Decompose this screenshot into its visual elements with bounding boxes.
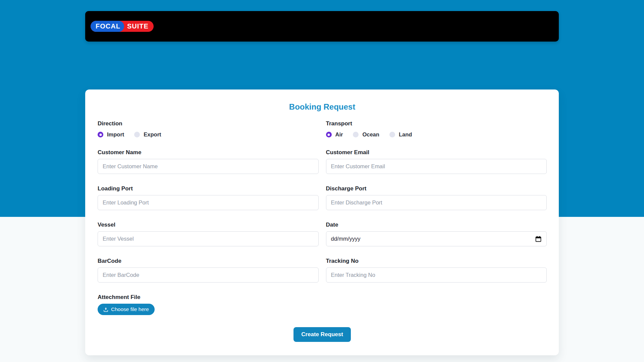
calendar-icon[interactable] — [535, 236, 542, 242]
radio-air[interactable]: Air — [326, 131, 343, 138]
loading-port-field: Loading Port — [98, 185, 319, 210]
vessel-field: Vessel — [98, 222, 319, 246]
radio-export[interactable]: Export — [134, 131, 161, 138]
attachment-label: Attechment File — [98, 294, 319, 301]
date-label: Date — [326, 222, 547, 228]
focal-suite-logo[interactable]: FOCAL SUITE — [91, 21, 154, 32]
transport-field: Transport Air Ocean Land — [326, 120, 547, 138]
radio-import[interactable]: Import — [98, 131, 124, 138]
radio-ocean-icon[interactable] — [353, 132, 359, 137]
radio-ocean[interactable]: Ocean — [353, 131, 379, 138]
direction-label: Direction — [98, 120, 319, 127]
date-placeholder: dd/mm/yyyy — [331, 236, 361, 242]
choose-file-button[interactable]: Choose file here — [98, 304, 155, 315]
direction-radio-group: Import Export — [98, 131, 319, 138]
radio-import-icon[interactable] — [98, 132, 103, 137]
attachment-field: Attechment File Choose file here — [98, 294, 319, 315]
barcode-label: BarCode — [98, 258, 319, 264]
discharge-port-label: Discharge Port — [326, 185, 547, 192]
choose-file-label: Choose file here — [111, 306, 149, 312]
discharge-port-input[interactable] — [326, 195, 547, 210]
date-input[interactable]: dd/mm/yyyy — [326, 231, 547, 246]
tracking-no-field: Tracking No — [326, 258, 547, 283]
loading-port-label: Loading Port — [98, 185, 319, 192]
loading-port-input[interactable] — [98, 195, 319, 210]
customer-email-field: Customer Email — [326, 149, 547, 174]
logo-focal-segment: FOCAL — [91, 21, 124, 32]
top-navbar: FOCAL SUITE — [85, 11, 559, 42]
upload-icon — [103, 307, 108, 312]
customer-name-field: Customer Name — [98, 149, 319, 174]
transport-label: Transport — [326, 120, 547, 127]
discharge-port-field: Discharge Port — [326, 185, 547, 210]
barcode-field: BarCode — [98, 258, 319, 283]
barcode-input[interactable] — [98, 267, 319, 283]
transport-radio-group: Air Ocean Land — [326, 131, 547, 138]
customer-email-label: Customer Email — [326, 149, 547, 156]
radio-ocean-label: Ocean — [362, 131, 379, 138]
create-request-button[interactable]: Create Request — [293, 327, 351, 342]
radio-air-label: Air — [335, 131, 343, 138]
tracking-no-label: Tracking No — [326, 258, 547, 264]
radio-import-label: Import — [107, 131, 124, 138]
logo-suite-segment: SUITE — [124, 21, 154, 32]
tracking-no-input[interactable] — [326, 267, 547, 283]
radio-land[interactable]: Land — [389, 131, 412, 138]
vessel-label: Vessel — [98, 222, 319, 228]
customer-name-input[interactable] — [98, 159, 319, 174]
booking-request-card: Booking Request Direction Import Export — [85, 89, 559, 355]
customer-name-label: Customer Name — [98, 149, 319, 156]
customer-email-input[interactable] — [326, 159, 547, 174]
radio-export-label: Export — [144, 131, 161, 138]
page-container: FOCAL SUITE Booking Request Direction Im… — [85, 11, 559, 355]
booking-form: Direction Import Export Transport — [98, 120, 547, 342]
date-field: Date dd/mm/yyyy — [326, 222, 547, 246]
empty-grid-cell — [326, 294, 547, 315]
radio-land-label: Land — [399, 131, 412, 138]
radio-air-icon[interactable] — [326, 132, 332, 137]
radio-export-icon[interactable] — [134, 132, 140, 137]
direction-field: Direction Import Export — [98, 120, 319, 138]
page-title: Booking Request — [98, 102, 547, 112]
vessel-input[interactable] — [98, 231, 319, 246]
submit-row: Create Request — [98, 327, 547, 342]
radio-land-icon[interactable] — [389, 132, 395, 137]
